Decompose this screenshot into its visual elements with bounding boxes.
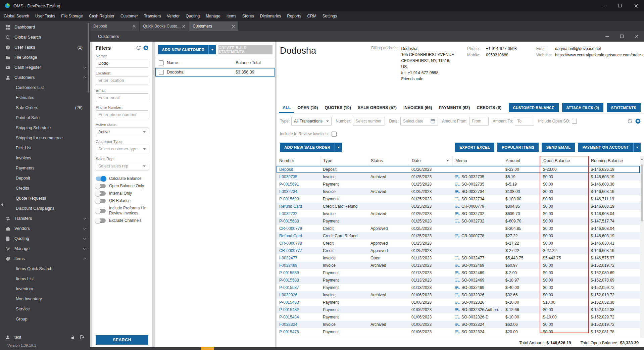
minimize-button[interactable] bbox=[596, 0, 612, 11]
document-tab[interactable]: Customers bbox=[189, 21, 238, 31]
menu-item[interactable]: Dictionaries bbox=[257, 11, 284, 21]
transaction-number-link[interactable]: I-0032469 bbox=[277, 263, 320, 268]
search-button[interactable]: SEARCH bbox=[96, 335, 148, 345]
transaction-number-link[interactable]: CR-0000778 bbox=[277, 241, 320, 246]
toggle-switch[interactable] bbox=[96, 209, 106, 213]
sidebar-subitem[interactable]: Customers List bbox=[0, 83, 90, 93]
add-new-sale-order-button[interactable]: ADD NEW SALE ORDER bbox=[280, 143, 335, 152]
module-close-button[interactable] bbox=[629, 31, 644, 42]
transaction-number-link[interactable]: P-0015587 bbox=[277, 285, 320, 290]
select-all-checkbox[interactable] bbox=[159, 60, 164, 65]
tab-close-icon[interactable] bbox=[133, 25, 136, 28]
transaction-row[interactable]: I-0032469 Invoice Archived 01/13/2023 SO… bbox=[277, 262, 640, 269]
column-header-running-balance[interactable]: Running Balance bbox=[588, 156, 640, 165]
sidebar-item-manage[interactable]: Manage bbox=[0, 244, 90, 254]
transaction-number-link[interactable]: I-0032477 bbox=[277, 256, 320, 260]
popular-items-button[interactable]: POPULAR ITEMS bbox=[497, 143, 539, 152]
transaction-number-link[interactable]: P-0015478 bbox=[277, 330, 320, 334]
transaction-number-link[interactable]: P-0015483 bbox=[277, 300, 320, 305]
filter-field-input[interactable]: Select sales rep bbox=[96, 162, 148, 170]
payment-on-account-button[interactable]: PAYMENT ON ACCOUNT bbox=[578, 143, 633, 152]
transaction-number-link[interactable]: P-0015688 bbox=[277, 219, 320, 223]
transaction-number-link[interactable]: P-0015588 bbox=[277, 278, 320, 283]
sidebar-item-cash-register[interactable]: Cash Register bbox=[0, 62, 90, 72]
filter-toggle[interactable]: Calculate Balance bbox=[96, 176, 148, 181]
sidebar-item-transfers[interactable]: Transfers bbox=[0, 213, 90, 223]
sidebar-item-file-storage[interactable]: File Storage bbox=[0, 52, 90, 62]
sidebar-subitem[interactable]: Quote Requests bbox=[0, 193, 90, 203]
clear-filters-icon[interactable] bbox=[635, 118, 641, 124]
column-header-date[interactable]: Date bbox=[409, 156, 452, 165]
add-customer-dropdown-button[interactable] bbox=[208, 45, 216, 54]
scrollbar-thumb[interactable] bbox=[641, 164, 643, 221]
maximize-button[interactable] bbox=[612, 0, 628, 11]
menu-item[interactable]: Settings bbox=[319, 11, 340, 21]
transaction-tab[interactable]: CREDITS (9) bbox=[473, 102, 505, 113]
column-header-status[interactable]: Status bbox=[368, 156, 409, 165]
transaction-tab[interactable]: QUOTES (10) bbox=[321, 102, 354, 113]
sidebar-item-items[interactable]: Items bbox=[0, 254, 90, 264]
export-excel-button[interactable]: EXPORT EXCEL bbox=[455, 143, 494, 152]
include-review-checkbox[interactable] bbox=[332, 132, 337, 137]
toggle-switch[interactable] bbox=[96, 191, 106, 196]
transaction-number-link[interactable]: Refund Card bbox=[277, 204, 320, 209]
transaction-row[interactable]: P-0015478 Payment 01/06/2023 SO-0032324 … bbox=[277, 328, 640, 336]
transaction-tab[interactable]: INVOICES (66) bbox=[400, 102, 435, 113]
toggle-switch[interactable] bbox=[96, 218, 106, 223]
transaction-row[interactable]: I-0032735 Invoice Archived 01/25/2023 SO… bbox=[277, 173, 640, 181]
transaction-number-link[interactable]: P-0015484 bbox=[277, 315, 320, 319]
sidebar-subitem[interactable]: Discount Campaigns bbox=[0, 203, 90, 213]
sidebar-subitem[interactable]: Shipping for e-commerce bbox=[0, 133, 90, 143]
user-row[interactable]: test bbox=[0, 332, 90, 342]
transaction-tab[interactable]: PAYMENTS (62) bbox=[435, 102, 473, 113]
sidebar-subitem[interactable]: Inventory bbox=[0, 284, 90, 294]
sidebar-item-dashboard[interactable]: Dashboard bbox=[0, 22, 90, 32]
transaction-tab[interactable]: ALL bbox=[279, 102, 294, 113]
detail-header-button[interactable]: STATEMENTS bbox=[607, 103, 641, 112]
transaction-number-link[interactable]: P-0015589 bbox=[277, 270, 320, 275]
sidebar-item-customers[interactable]: Customers bbox=[0, 72, 90, 83]
toggle-switch[interactable] bbox=[96, 177, 106, 181]
menu-item[interactable]: Customer bbox=[117, 11, 141, 21]
sidebar-subitem[interactable]: Estimates bbox=[0, 93, 90, 103]
transaction-row[interactable]: Deposit Deposit 01/26/2023 $-23.00 bbox=[277, 166, 640, 173]
sidebar-subitem[interactable]: Sale Orders (26) bbox=[0, 103, 90, 113]
lock-icon[interactable] bbox=[70, 335, 75, 340]
filter-toggle[interactable]: QB Balance bbox=[96, 198, 148, 203]
toggle-switch[interactable] bbox=[96, 184, 106, 188]
transaction-row[interactable]: P-0015482 Payment 01/06/2023 SO-0032326 … bbox=[277, 306, 640, 313]
toggle-switch[interactable] bbox=[96, 199, 106, 203]
menu-item[interactable]: Vendor bbox=[164, 11, 183, 21]
transaction-row[interactable]: P-0015690 Payment 01/25/2023 SO-0032734 … bbox=[277, 195, 640, 203]
close-button[interactable] bbox=[628, 0, 644, 11]
transaction-row[interactable]: I-0032734 Invoice Archived 01/25/2023 SO… bbox=[277, 188, 640, 195]
transaction-row[interactable]: CR-0000778 Credit Approved 01/25/2023 $-… bbox=[277, 240, 640, 247]
transaction-number-link[interactable]: CR-0000777 bbox=[277, 248, 320, 253]
sidebar-subitem[interactable]: Point of Sale bbox=[0, 113, 90, 123]
number-filter-input[interactable]: Select number bbox=[353, 117, 385, 126]
transaction-row[interactable]: I-0032326 Invoice Archived 01/06/2023 SO… bbox=[277, 291, 640, 299]
sidebar-subitem[interactable]: Payments bbox=[0, 163, 90, 173]
transaction-tab[interactable]: OPEN (19) bbox=[294, 102, 321, 113]
name-column-header[interactable]: Name bbox=[167, 60, 236, 65]
transaction-number-link[interactable]: P-0015691 bbox=[277, 182, 320, 187]
transaction-number-link[interactable]: P-0015690 bbox=[277, 197, 320, 201]
refresh-icon[interactable] bbox=[136, 45, 141, 50]
logout-icon[interactable] bbox=[80, 335, 85, 340]
sidebar-subitem[interactable]: Deposit bbox=[0, 173, 90, 183]
sidebar-scrollbar[interactable] bbox=[88, 23, 89, 93]
clear-filters-icon[interactable] bbox=[143, 45, 148, 50]
sidebar-item-user-tasks[interactable]: User Tasks (2) bbox=[0, 42, 90, 52]
detail-header-button[interactable]: CUSTOMER BALANCE bbox=[509, 103, 559, 112]
column-header-number[interactable]: Number bbox=[277, 156, 320, 165]
menu-item[interactable]: Items bbox=[224, 11, 239, 21]
column-header-open-balance[interactable]: Open Balance bbox=[540, 156, 588, 165]
transaction-row[interactable]: I-0032732 Invoice Archived 01/25/2023 SO… bbox=[277, 210, 640, 217]
sidebar-subitem[interactable]: Non Inventory bbox=[0, 294, 90, 304]
sidebar-subitem[interactable]: Group bbox=[0, 314, 90, 324]
sidebar-subitem[interactable]: Invoices bbox=[0, 153, 90, 163]
filter-field-input[interactable]: Select customer type bbox=[96, 145, 148, 153]
tab-close-icon[interactable] bbox=[182, 25, 185, 28]
row-checkbox[interactable] bbox=[159, 70, 164, 75]
transaction-row[interactable]: CR-0000777 Credit Approved 01/25/2023 $-… bbox=[277, 247, 640, 254]
